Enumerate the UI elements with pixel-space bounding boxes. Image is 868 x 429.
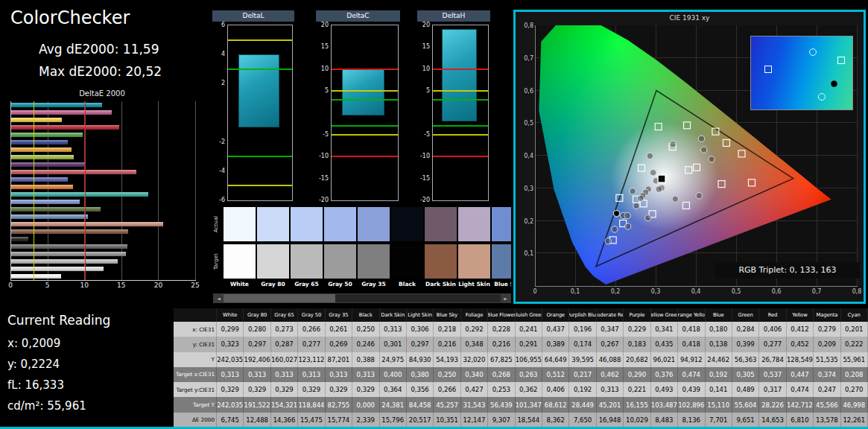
bar-orange	[11, 185, 73, 189]
table-cell: 6,745	[217, 413, 244, 428]
axis-tick-label: 0,5	[517, 120, 533, 127]
column-header-dark-skin: Dark Skin	[380, 308, 407, 322]
inset-point-circle	[818, 93, 826, 101]
table-cell: 13,578	[814, 413, 840, 428]
swatch-label: Gray 50	[324, 281, 356, 287]
table-cell: 0,297	[244, 337, 270, 352]
table-cell: 15,475	[298, 413, 325, 428]
swatch-actual-gray-65[interactable]	[291, 207, 323, 241]
axis-tick-label: -20	[316, 197, 329, 203]
row-label-target-y-cie31: Target y:CIE31	[174, 382, 217, 397]
table-cell: 0,313	[380, 322, 407, 337]
swatch-target-blue-sky[interactable]	[492, 244, 511, 279]
swatch-actual-dark-skin[interactable]	[425, 207, 457, 241]
table-cell: 68,612	[542, 397, 569, 412]
bar-black	[11, 237, 28, 241]
table-cell: 0,305	[732, 367, 759, 382]
measured-point	[701, 147, 707, 153]
inset-point-square	[837, 57, 845, 64]
table-cell: 0,208	[841, 367, 868, 382]
deltae-chart-title: DeltaE 2000	[6, 89, 198, 98]
current-reading-point	[613, 211, 619, 217]
row-label--e-2000: ΔE 2000	[174, 413, 217, 428]
target-point	[694, 164, 700, 171]
bar-gray-35	[11, 244, 127, 249]
measured-point	[612, 226, 618, 232]
axis-tick-label: -6	[212, 197, 225, 203]
axis-tick-label: 0,1	[567, 288, 583, 295]
table-cell: 0,290	[624, 367, 650, 382]
swatch-target-black[interactable]	[391, 244, 423, 279]
swatch-label: Blue Sky	[492, 281, 511, 287]
deltae-2000-chart[interactable]: DeltaE 2000 0510152025	[6, 89, 198, 304]
swatch-target-gray-80[interactable]	[257, 244, 289, 279]
scrollbar-thumb[interactable]	[224, 294, 335, 302]
table-cell: 96,021	[651, 352, 678, 367]
deltaL-chart[interactable]: DeltaL 642-2-4-6	[212, 10, 294, 203]
bar-moderate-red	[11, 170, 136, 174]
swatch-target-light-skin[interactable]	[458, 244, 490, 279]
bar-yellow	[11, 118, 62, 122]
table-cell: 0,246	[352, 337, 379, 352]
swatch-target-gray-65[interactable]	[291, 244, 323, 279]
measured-point	[630, 188, 636, 194]
axis-tick-label: 0	[527, 288, 543, 295]
table-cell: 0,174	[569, 337, 596, 352]
table-cell: 14,366	[271, 413, 298, 428]
table-cell: 0,269	[326, 337, 352, 352]
swatch-target-dark-skin[interactable]	[425, 244, 457, 279]
bar-blue-sky	[11, 214, 88, 219]
page-title: ColorChecker	[10, 7, 130, 28]
column-header-bluish-green: Bluish Green	[516, 308, 542, 322]
table-cell: 31,543	[461, 397, 488, 412]
swatch-target-white[interactable]	[224, 244, 256, 279]
swatch-actual-gray-50[interactable]	[324, 207, 356, 241]
table-cell: 9,651	[732, 413, 759, 428]
table-cell: 0,493	[651, 382, 678, 397]
scroll-right-button[interactable]: ►	[501, 294, 510, 302]
table-cell: 46,998	[841, 397, 868, 412]
measured-point	[698, 136, 704, 142]
column-header-green: Green	[732, 308, 759, 322]
table-cell: 0,291	[516, 337, 542, 352]
current-fl-readout: fL: 16,333	[7, 378, 64, 392]
bar-gray-65	[11, 259, 118, 264]
swatch-actual-blue-sky[interactable]	[492, 207, 511, 241]
reference-line	[433, 134, 488, 136]
swatch-actual-white[interactable]	[224, 207, 256, 241]
swatch-scrollbar[interactable]: ◄ ►	[213, 293, 511, 303]
bar-blue-flower	[11, 200, 80, 204]
cie-panel[interactable]: CIE 1931 xy RGB Triplet: 0, 133, 163 0,8…	[513, 10, 866, 304]
bar-blue	[11, 140, 68, 144]
axis-tick-label: 0	[4, 282, 17, 289]
table-cell: 15,774	[326, 413, 352, 428]
table-cell: 12,147	[461, 413, 488, 428]
swatch-actual-gray-35[interactable]	[358, 207, 390, 241]
swatch-target-gray-50[interactable]	[324, 244, 356, 279]
current-x-readout: x: 0,2009	[7, 337, 60, 350]
table-cell: 12,488	[244, 413, 270, 428]
scroll-left-button[interactable]: ◄	[214, 294, 224, 302]
table-cell: 0,474	[678, 367, 705, 382]
swatch-label: Gray 65	[291, 281, 323, 287]
table-cell: 0,306	[407, 322, 434, 337]
reference-line	[433, 156, 488, 157]
table-cell: 15,110	[706, 397, 732, 412]
table-cell: 0,329	[298, 382, 325, 397]
table-cell: 0,299	[217, 322, 244, 337]
swatch-grid: ActualTargetWhiteGray 80Gray 65Gray 50Gr…	[213, 206, 511, 292]
swatch-row-label-actual: Actual	[213, 207, 222, 241]
bar-white	[11, 274, 61, 279]
deltaH-chart[interactable]: DeltaH 2015105-5-10-15-20	[417, 10, 490, 203]
column-header-light-skin: Light Skin	[407, 308, 434, 322]
swatch-target-gray-35[interactable]	[358, 244, 390, 279]
table-cell: 24,975	[380, 352, 407, 367]
swatch-actual-black[interactable]	[391, 207, 423, 241]
bar-magenta	[11, 110, 112, 115]
axis-tick-label: 15	[316, 43, 329, 50]
swatch-actual-gray-80[interactable]	[257, 207, 289, 241]
table-cell: 0,489	[732, 382, 759, 397]
table-cell: 10,029	[624, 413, 650, 428]
swatch-actual-light-skin[interactable]	[458, 207, 490, 241]
deltaC-chart[interactable]: DeltaC 2015105-5-10-15-20	[316, 10, 400, 203]
